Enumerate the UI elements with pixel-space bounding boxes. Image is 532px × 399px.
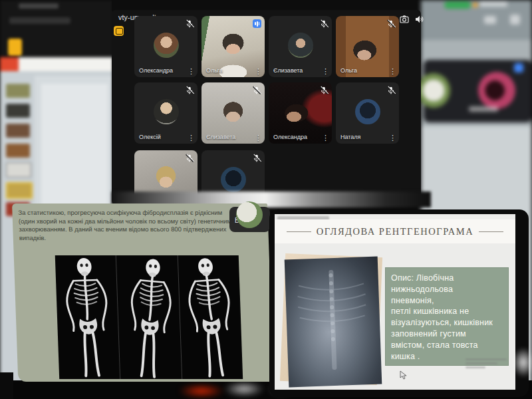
participant-tile[interactable]: Єлизавета ⋮ xyxy=(269,16,332,77)
background-strip xyxy=(112,0,421,11)
background-toolbar xyxy=(19,57,113,71)
skeleton-image xyxy=(178,255,243,379)
participant-name: Ольга xyxy=(340,67,357,74)
skeleton-image xyxy=(116,255,182,379)
red-light-glow xyxy=(178,384,225,398)
slide-thumbnail xyxy=(6,162,31,178)
participant-tile[interactable]: Єлизавета ⋮ xyxy=(201,82,265,144)
slide-window-frame: ОГЛЯДОВА РЕНТГЕНОГРАМА xyxy=(269,209,529,397)
xray-film xyxy=(285,257,382,388)
more-options-icon[interactable]: ⋮ xyxy=(255,134,262,142)
participant-tile[interactable]: Олексій ⋮ xyxy=(134,82,198,144)
description-line: візуалізуються, кишківник xyxy=(391,317,503,329)
background-shadow xyxy=(0,372,13,399)
participant-name: Наталя xyxy=(340,134,360,140)
more-options-icon[interactable]: ⋮ xyxy=(322,68,329,75)
description-box: Опис: Лівобічна нижньодольова пневмонія,… xyxy=(385,267,509,366)
background-text-smudge xyxy=(479,1,507,7)
participant-tile[interactable]: Ольга ⋮ xyxy=(201,16,265,77)
description-line: Опис: Лівобічна xyxy=(391,273,503,284)
mic-muted-icon xyxy=(319,19,329,29)
participant-name: Олексій xyxy=(139,134,161,140)
avatar xyxy=(355,99,380,124)
mouse-cursor xyxy=(400,370,408,380)
mic-muted-icon xyxy=(252,154,261,163)
background-text-smudge xyxy=(9,17,70,24)
slide-title-band: ОГЛЯДОВА РЕНТГЕНОГРАМА xyxy=(275,219,515,243)
participant-tile[interactable]: Ольга ⋮ xyxy=(336,16,399,77)
self-view-camera xyxy=(236,201,263,228)
mic-muted-icon xyxy=(252,86,261,95)
slide-text-line: захворюванням. В даний час вченим відомо… xyxy=(19,225,263,234)
video-call-window: vty-umps-dts ▸ Олександра ⋮ Ольга ⋮ Єлиз… xyxy=(112,10,421,205)
skeleton-ct-images xyxy=(55,255,243,379)
background-speaking-badge xyxy=(514,63,523,72)
participant-tile[interactable]: Наталя ⋮ xyxy=(336,82,399,144)
slide-title: ОГЛЯДОВА РЕНТГЕНОГРАМА xyxy=(311,226,479,237)
presentation-badge-icon[interactable] xyxy=(114,26,124,36)
description-line: заповнений густим xyxy=(391,329,503,340)
participant-name: Олександра xyxy=(139,67,173,74)
background-green-pill xyxy=(444,1,471,9)
slide-text-line: За статистикою, прогресуюча осифікуюча ф… xyxy=(18,209,263,217)
mic-muted-icon xyxy=(185,19,194,29)
background-orange-dot xyxy=(473,3,477,7)
title-rule-right xyxy=(479,231,503,232)
description-line: вмістом, стала товста xyxy=(391,340,503,351)
more-options-icon[interactable]: ⋮ xyxy=(188,68,195,75)
xray-photo xyxy=(281,254,385,387)
activation-watermark xyxy=(466,362,497,364)
description-line: пневмонія, xyxy=(391,295,503,307)
description-line: нижньодольова xyxy=(391,284,503,295)
background-app-icon xyxy=(8,39,22,56)
background-text-smudge xyxy=(19,3,59,9)
speaking-indicator-icon xyxy=(253,19,261,28)
background-icon-smudge xyxy=(484,16,496,24)
skeleton-image xyxy=(55,255,121,379)
slide-thumbnail xyxy=(6,144,30,158)
participant-name: Ольга xyxy=(206,67,223,74)
mic-muted-icon xyxy=(185,154,194,163)
participant-tile[interactable]: Олександра ⋮ xyxy=(134,16,198,77)
slide-text: За статистикою, прогресуюча осифікуюча ф… xyxy=(18,209,264,242)
participant-name: Єлизавета xyxy=(206,134,235,140)
title-rule-left xyxy=(287,231,311,232)
more-options-icon[interactable]: ⋮ xyxy=(255,68,262,75)
white-light-glow xyxy=(223,382,265,396)
description-line: петлі кишківника не xyxy=(391,306,503,317)
screen: vty-umps-dts ▸ Олександра ⋮ Ольга ⋮ Єлиз… xyxy=(0,0,532,399)
more-options-icon[interactable]: ⋮ xyxy=(389,68,396,75)
more-options-icon[interactable]: ⋮ xyxy=(389,134,396,142)
activation-watermark xyxy=(466,358,507,360)
background-avatar xyxy=(417,73,450,108)
slide-thumbnail-active xyxy=(6,182,33,199)
more-options-icon[interactable]: ⋮ xyxy=(188,134,195,142)
participant-tile[interactable]: Олександра ⋮ xyxy=(269,82,332,144)
background-avatar xyxy=(478,72,515,109)
slide-radiograph: ОГЛЯДОВА РЕНТГЕНОГРАМА xyxy=(275,214,515,390)
mic-muted-icon xyxy=(319,86,329,95)
mic-muted-icon xyxy=(386,86,396,95)
background-name-smudge xyxy=(469,106,498,112)
mic-muted-icon xyxy=(386,19,396,29)
slide-thumbnail xyxy=(6,84,30,98)
bezel-glare xyxy=(512,347,532,378)
slide-thumbnail xyxy=(6,124,30,138)
more-options-icon[interactable]: ⋮ xyxy=(322,134,329,142)
slide-text-line: випадків. xyxy=(19,234,264,243)
speaker-icon[interactable] xyxy=(414,14,425,25)
avatar xyxy=(154,33,179,58)
activation-watermark xyxy=(466,366,485,368)
avatar xyxy=(221,167,246,192)
background-window-header xyxy=(0,0,113,57)
avatar xyxy=(154,99,179,124)
background-red-button xyxy=(0,57,19,71)
avatar xyxy=(288,33,313,58)
switch-camera-icon[interactable] xyxy=(399,14,410,25)
background-icon-smudge xyxy=(510,15,520,25)
participant-name: Єлизавета xyxy=(273,67,303,74)
slide-thumbnail xyxy=(6,104,30,118)
participant-name: Олександра xyxy=(273,134,307,140)
slide-text-line: (один хворий на кожні два мільйони чолов… xyxy=(19,217,263,226)
mic-muted-icon xyxy=(185,86,194,95)
